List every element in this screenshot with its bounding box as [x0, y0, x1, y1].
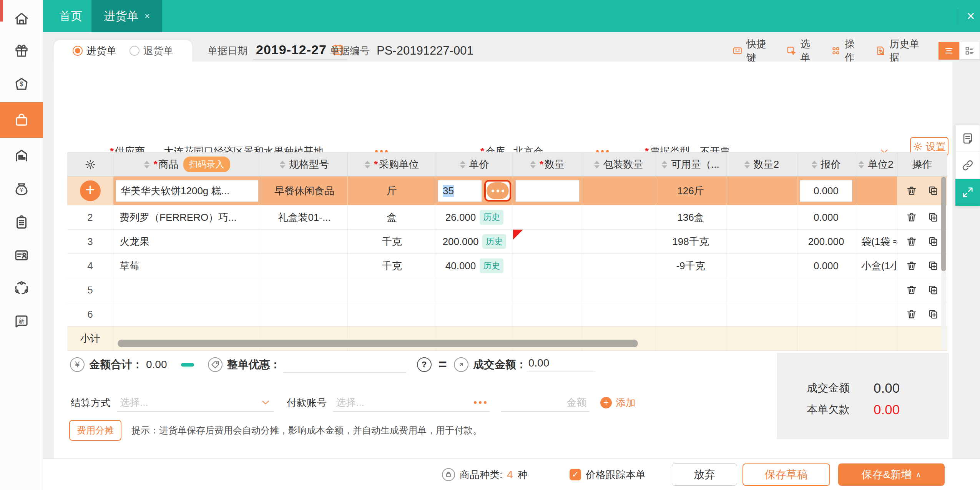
header-unit[interactable]: *采购单位 [348, 153, 436, 176]
window-close-icon[interactable]: × [962, 0, 980, 32]
tab-home[interactable]: 首页 [50, 0, 91, 32]
delete-row-icon[interactable] [906, 260, 917, 272]
cell-product[interactable] [113, 302, 261, 326]
cell-price[interactable]: 35 [436, 177, 513, 205]
cell-pack-qty[interactable] [582, 302, 655, 326]
cell-price[interactable]: 40.000历史 [436, 254, 513, 278]
cell-quote[interactable] [797, 278, 855, 302]
cell-quote[interactable]: 0.000 [797, 254, 855, 278]
checkbox-checked-icon[interactable]: ✓ [570, 469, 581, 480]
qty-input[interactable] [515, 180, 580, 202]
history-docs-button[interactable]: 历史单据 [875, 37, 926, 64]
sort-icon[interactable] [744, 161, 750, 168]
scan-entry-button[interactable]: 扫码录入 [183, 157, 230, 172]
pick-order-button[interactable]: 选单 [786, 37, 818, 64]
header-qty2[interactable]: 数量2 [726, 153, 797, 176]
discard-button[interactable]: 放弃 [672, 463, 737, 486]
cell-pack-qty[interactable] [582, 230, 655, 253]
attachment-tool-button[interactable] [955, 152, 980, 179]
copy-row-icon[interactable] [927, 308, 939, 320]
cell-qty2[interactable] [726, 230, 797, 253]
sort-icon[interactable] [280, 161, 285, 168]
table-row[interactable]: 4 草莓 千克 40.000历史 -9千克 0.000 小盒(1小 [67, 254, 947, 278]
history-badge[interactable]: 历史 [480, 258, 503, 273]
cell-qty[interactable] [513, 230, 582, 253]
order-discount-input[interactable] [283, 357, 406, 373]
header-pack-qty[interactable]: 包装数量 [582, 153, 655, 176]
deal-amount-field[interactable]: 0.00 [527, 357, 596, 372]
cell-unit[interactable] [348, 278, 436, 302]
copy-row-icon[interactable] [927, 260, 939, 272]
sidebar-item-orders[interactable] [0, 206, 43, 238]
cell-unit[interactable]: 盒 [348, 205, 436, 229]
sidebar-item-contacts[interactable] [0, 239, 43, 272]
delete-row-icon[interactable] [906, 212, 917, 223]
cell-unit[interactable] [348, 302, 436, 326]
price-track-group[interactable]: ✓ 价格跟踪本单 [570, 464, 646, 485]
cell-qty[interactable] [513, 278, 582, 302]
cell-product[interactable]: 华美华夫软饼1200g 糕... [113, 177, 261, 205]
horizontal-scrollbar[interactable] [118, 340, 638, 347]
operations-button[interactable]: 操作 [831, 37, 863, 64]
quote-input[interactable]: 0.000 [800, 180, 852, 202]
cell-unit[interactable]: 斤 [348, 177, 436, 205]
cell-spec[interactable] [261, 254, 348, 278]
table-row[interactable]: 6 [67, 302, 947, 327]
card-view-button[interactable] [959, 42, 980, 60]
table-row[interactable]: 5 [67, 278, 947, 302]
table-row[interactable]: 2 费列罗（FERRERO）巧... 礼盒装01-... 盒 26.000历史 … [67, 205, 947, 230]
sidebar-item-share[interactable] [0, 272, 43, 304]
cell-spec[interactable] [261, 278, 348, 302]
cell-price[interactable] [436, 302, 513, 326]
cell-qty[interactable] [513, 302, 582, 326]
column-settings[interactable] [67, 153, 113, 176]
tab-purchase-order[interactable]: 进货单 × [91, 0, 162, 32]
settle-method-select[interactable]: 选择... [117, 393, 274, 412]
cell-qty2[interactable] [726, 302, 797, 326]
list-view-button[interactable] [938, 42, 959, 60]
cell-qty[interactable] [513, 205, 582, 229]
add-row-cell[interactable]: + [67, 177, 113, 205]
sidebar-item-whats-new[interactable]: 新 [0, 305, 43, 337]
cell-spec[interactable] [261, 230, 348, 253]
delete-row-icon[interactable] [906, 308, 917, 320]
sidebar-item-gift[interactable] [0, 35, 43, 67]
copy-row-icon[interactable] [927, 185, 939, 197]
expand-tool-button[interactable] [955, 179, 980, 206]
cell-quote[interactable]: 0.000 [797, 205, 855, 229]
cell-qty2[interactable] [726, 177, 797, 205]
delete-row-icon[interactable] [906, 284, 917, 296]
table-row[interactable]: 3 火龙果 千克 200.000历史 198千克 200.000 袋(1袋 ≈ [67, 230, 947, 254]
cell-quote[interactable]: 200.000 [797, 230, 855, 253]
header-price[interactable]: 单价 [436, 153, 513, 176]
header-available[interactable]: 可用量（... [655, 153, 726, 176]
product-input[interactable]: 华美华夫软饼1200g 糕... [116, 180, 259, 202]
sort-icon[interactable] [530, 161, 536, 168]
cell-unit[interactable]: 千克 [348, 230, 436, 253]
sidebar-item-purchase[interactable] [0, 102, 43, 138]
cell-pack-qty[interactable] [582, 254, 655, 278]
copy-row-icon[interactable] [927, 236, 939, 247]
sidebar-item-home[interactable] [0, 2, 43, 35]
cell-quote[interactable]: 0.000 [797, 177, 855, 205]
cell-pack-qty[interactable] [582, 205, 655, 229]
header-qty[interactable]: *数量 [513, 153, 582, 176]
note-tool-button[interactable] [955, 125, 980, 152]
sidebar-item-finance[interactable]: ¥ [0, 173, 43, 205]
cell-price[interactable]: 26.000历史 [436, 205, 513, 229]
cell-qty2[interactable] [726, 254, 797, 278]
pay-account-select[interactable]: 选择... [333, 393, 490, 412]
history-badge[interactable]: 历史 [480, 210, 503, 225]
history-badge[interactable]: 历史 [482, 234, 506, 249]
cell-spec[interactable]: 早餐休闲食品 [261, 177, 348, 205]
sidebar-item-sales[interactable]: $ [0, 68, 43, 100]
pay-amount-input[interactable]: 金额 [501, 393, 590, 412]
sidebar-item-warehouse[interactable] [0, 139, 43, 172]
table-row-selected[interactable]: + 华美华夫软饼1200g 糕... 早餐休闲食品 斤 35 126斤 0.00… [67, 177, 947, 205]
cell-spec[interactable] [261, 302, 348, 326]
cell-price[interactable] [436, 278, 513, 302]
cell-product[interactable]: 草莓 [113, 254, 261, 278]
sort-icon[interactable] [594, 161, 600, 168]
header-unit2[interactable]: 单位2 [855, 153, 897, 176]
price-more-button[interactable] [487, 182, 509, 199]
